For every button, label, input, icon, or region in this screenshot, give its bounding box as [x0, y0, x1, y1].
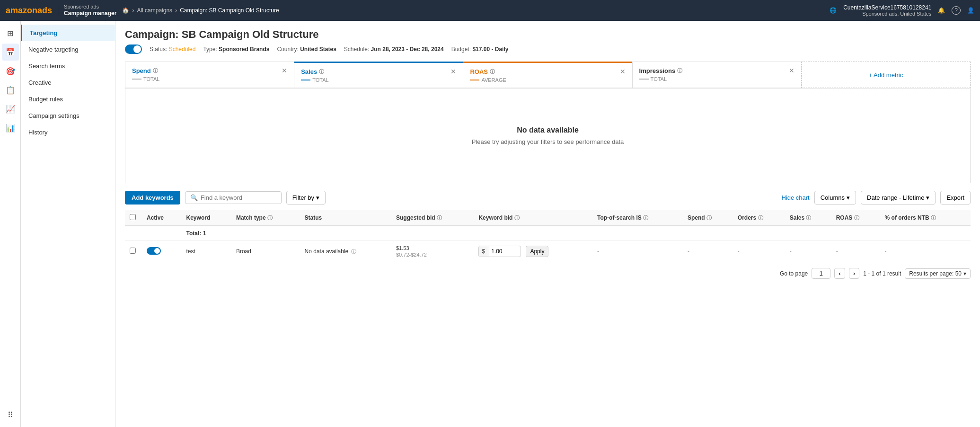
campaign-meta: Status: Scheduled Type: Sponsored Brands… [125, 44, 971, 54]
chevron-down-icon: ▾ [926, 194, 929, 201]
orders-info-icon[interactable]: ⓘ [758, 215, 763, 221]
columns-button[interactable]: Columns ▾ [814, 191, 856, 205]
sales-info-icon[interactable]: ⓘ [319, 68, 324, 75]
all-campaigns-link[interactable]: All campaigns [137, 7, 172, 14]
next-page-button[interactable]: › [849, 268, 859, 279]
suggested-bid-info-icon[interactable]: ⓘ [437, 215, 442, 221]
hide-chart-button[interactable]: Hide chart [781, 194, 809, 201]
sidebar-icon-bar[interactable]: 📊 [2, 119, 19, 136]
add-metric-button[interactable]: + Add metric [801, 62, 971, 88]
sales-col-info-icon[interactable]: ⓘ [806, 215, 811, 221]
top-search-cell: - [592, 241, 683, 262]
ntb-info-icon[interactable]: ⓘ [931, 215, 936, 221]
add-keywords-button[interactable]: Add keywords [125, 191, 180, 205]
roas-close[interactable]: ✕ [620, 68, 626, 75]
spend-cell: - [683, 241, 733, 262]
metric-card-roas: ROAS ⓘ ✕ AVERAGE [463, 62, 632, 88]
row-toggle[interactable] [147, 247, 161, 255]
main-content: Campaign: SB Campaign Old Structure Stat… [115, 21, 980, 427]
suggested-bid-cell: $1.53 $0.72-$24.72 [391, 241, 474, 262]
metric-card-impressions: Impressions ⓘ ✕ TOTAL [632, 62, 801, 88]
th-checkbox [125, 210, 142, 226]
search-icon: 🔍 [190, 194, 198, 201]
sidebar-icon-calendar[interactable]: 📅 [2, 44, 19, 61]
roas-info-icon[interactable]: ⓘ [490, 68, 495, 75]
no-data-title: No data available [517, 126, 579, 134]
sidebar-item-search-terms[interactable]: Search terms [21, 58, 115, 74]
sidebar-item-creative[interactable]: Creative [21, 74, 115, 91]
top-nav: amazonads Sponsored ads Campaign manager… [0, 0, 980, 21]
left-nav: Targeting Negative targeting Search term… [21, 21, 115, 427]
th-sales: Sales ⓘ [785, 210, 831, 226]
top-search-info-icon[interactable]: ⓘ [643, 215, 648, 221]
impressions-line-icon [639, 79, 649, 80]
sidebar-icon-chart[interactable]: 📈 [2, 100, 19, 117]
match-type-info-icon[interactable]: ⓘ [267, 215, 273, 221]
table-total-row: Total: 1 [125, 226, 971, 241]
keyword-bid-info-icon[interactable]: ⓘ [514, 215, 520, 221]
th-suggested-bid: Suggested bid ⓘ [391, 210, 474, 226]
sales-close[interactable]: ✕ [450, 68, 456, 75]
roas-cell: - [831, 241, 880, 262]
impressions-close[interactable]: ✕ [789, 67, 795, 74]
pagination: Go to page ‹ › 1 - 1 of 1 result Results… [125, 268, 971, 279]
bid-input-wrap: $ [478, 246, 521, 257]
impressions-info-icon[interactable]: ⓘ [677, 67, 682, 74]
page-number-input[interactable] [812, 268, 830, 279]
profile-icon[interactable]: 👤 [967, 7, 974, 14]
th-top-of-search-is: Top-of-search IS ⓘ [592, 210, 683, 226]
total-label: Total: 1 [182, 226, 231, 241]
export-button[interactable]: Export [940, 191, 971, 205]
campaign-toggle[interactable] [125, 44, 142, 54]
go-to-page-label: Go to page [780, 270, 808, 277]
sidebar-item-targeting[interactable]: Targeting [21, 25, 115, 41]
bell-icon[interactable]: 🔔 [938, 7, 945, 14]
roas-line-icon [470, 80, 479, 80]
top-nav-right: 🌐 CuentazillaService1675810128241 Sponso… [830, 4, 974, 17]
select-all-checkbox[interactable] [130, 214, 136, 220]
spend-line-icon [132, 79, 141, 80]
sidebar-item-history[interactable]: History [21, 124, 115, 141]
spend-close[interactable]: ✕ [282, 67, 287, 74]
keyword-search-wrap: 🔍 [185, 191, 282, 204]
sales-cell: - [785, 241, 831, 262]
metric-card-spend: Spend ⓘ ✕ TOTAL [125, 62, 294, 88]
no-data-sub: Please try adjusting your filters to see… [472, 138, 624, 145]
roas-col-info-icon[interactable]: ⓘ [854, 215, 859, 221]
date-range-button[interactable]: Date range - Lifetime ▾ [861, 191, 936, 205]
sidebar-item-campaign-settings[interactable]: Campaign settings [21, 107, 115, 124]
bid-input[interactable] [488, 246, 512, 257]
status-info-icon[interactable]: ⓘ [351, 248, 356, 255]
keyword-cell: test [182, 241, 231, 262]
spend-col-info-icon[interactable]: ⓘ [706, 215, 712, 221]
chevron-down-icon: ▾ [316, 194, 319, 201]
orders-cell: - [733, 241, 785, 262]
logo-text: amazonads [6, 6, 52, 16]
match-type-cell: Broad [231, 241, 300, 262]
apply-bid-button[interactable]: Apply [526, 246, 548, 257]
app-shell: ⊞ 📅 🎯 📋 📈 📊 ⠿ Targeting Negative targeti… [0, 21, 980, 427]
row-checkbox[interactable] [130, 248, 136, 254]
spend-info-icon[interactable]: ⓘ [153, 67, 158, 74]
th-status: Status [300, 210, 391, 226]
sidebar-icon-grid[interactable]: ⊞ [2, 25, 19, 42]
sidebar-icon-list[interactable]: 📋 [2, 81, 19, 98]
help-icon[interactable]: ? [952, 6, 961, 15]
current-campaign-breadcrumb: Campaign: SB Campaign Old Structure [180, 7, 279, 14]
sidebar-item-negative-targeting[interactable]: Negative targeting [21, 41, 115, 58]
keyword-search-input[interactable] [201, 194, 276, 201]
breadcrumb: 🏠 › All campaigns › Campaign: SB Campaig… [122, 7, 279, 14]
home-icon[interactable]: 🏠 [122, 7, 129, 14]
results-per-page-dropdown[interactable]: Results per page: 50 ▾ [905, 268, 971, 279]
filter-by-button[interactable]: Filter by ▾ [286, 191, 326, 205]
sidebar-icon-apps[interactable]: ⠿ [2, 406, 19, 423]
sidebar-icon-target[interactable]: 🎯 [2, 62, 19, 80]
th-roas: ROAS ⓘ [831, 210, 880, 226]
icon-sidebar: ⊞ 📅 🎯 📋 📈 📊 ⠿ [0, 21, 21, 427]
keywords-table: Active Keyword Match type ⓘ Status Sugge… [125, 210, 971, 262]
sidebar-item-budget-rules[interactable]: Budget rules [21, 91, 115, 107]
filter-by-label: Filter by [292, 194, 314, 201]
prev-page-button[interactable]: ‹ [834, 268, 845, 279]
th-pct-orders-ntb: % of orders NTB ⓘ [880, 210, 971, 226]
ntb-cell: - [880, 241, 971, 262]
